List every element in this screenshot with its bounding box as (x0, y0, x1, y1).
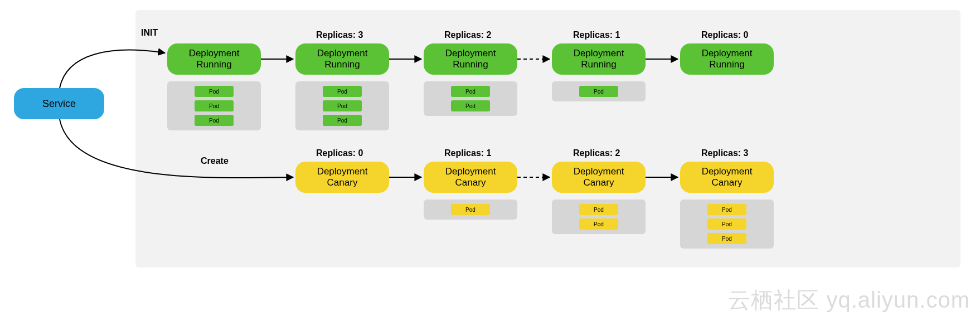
dep-running-0: Deployment Running (167, 43, 261, 75)
pod: Pod (707, 204, 746, 215)
service-label: Service (42, 98, 76, 110)
dep-running-3: Deployment Running (552, 43, 646, 75)
dep-canary-2: Deployment Canary (552, 162, 646, 193)
dep-title: Deployment (702, 48, 753, 59)
top-replicas-3: Replicas: 1 (573, 30, 620, 40)
dep-title: Deployment (317, 166, 368, 177)
bot-replicas-1: Replicas: 1 (444, 148, 491, 158)
top-replicas-4: Replicas: 0 (701, 30, 748, 40)
pods-running-0: Pod Pod Pod (167, 81, 261, 130)
pod: Pod (451, 204, 490, 215)
dep-title: Deployment (317, 48, 368, 59)
dep-sub: Running (453, 59, 488, 70)
bot-replicas-3: Replicas: 3 (701, 148, 748, 158)
dep-canary-1: Deployment Canary (424, 162, 517, 193)
pods-canary-3: Pod Pod Pod (680, 200, 774, 249)
pod: Pod (323, 100, 362, 111)
pod: Pod (707, 233, 746, 244)
label-init: INIT (141, 28, 158, 38)
pods-running-3: Pod (552, 81, 646, 101)
pod: Pod (195, 115, 234, 126)
dep-sub: Running (196, 59, 231, 70)
dep-sub: Canary (584, 177, 614, 188)
dep-running-2: Deployment Running (424, 43, 517, 75)
pods-running-1: Pod Pod Pod (295, 81, 389, 130)
top-replicas-1: Replicas: 3 (316, 30, 363, 40)
pod: Pod (195, 100, 234, 111)
dep-title: Deployment (445, 166, 496, 177)
pod: Pod (323, 115, 362, 126)
dep-sub: Canary (712, 177, 743, 188)
bot-replicas-0: Replicas: 0 (316, 148, 363, 158)
dep-title: Deployment (574, 48, 624, 59)
dep-canary-0: Deployment Canary (295, 162, 389, 193)
dep-running-4: Deployment Running (680, 43, 774, 75)
dep-title: Deployment (189, 48, 240, 59)
pods-canary-1: Pod (424, 200, 517, 220)
dep-sub: Canary (327, 177, 358, 188)
pod: Pod (195, 86, 234, 97)
pod: Pod (579, 86, 618, 97)
dep-title: Deployment (445, 48, 496, 59)
pod: Pod (579, 218, 618, 230)
watermark: 云栖社区 yq.aliyun.com (728, 285, 970, 315)
pods-running-2: Pod Pod (424, 81, 517, 116)
dep-sub: Running (581, 59, 616, 70)
dep-canary-3: Deployment Canary (680, 162, 774, 193)
dep-sub: Running (709, 59, 744, 70)
service-node: Service (14, 88, 104, 119)
dep-sub: Running (324, 59, 360, 70)
pod: Pod (451, 100, 490, 111)
pod: Pod (707, 218, 746, 230)
top-replicas-2: Replicas: 2 (444, 30, 491, 40)
pod: Pod (451, 86, 490, 97)
pod: Pod (579, 204, 618, 215)
bot-replicas-2: Replicas: 2 (573, 148, 620, 158)
label-create: Create (201, 156, 229, 166)
dep-running-1: Deployment Running (295, 43, 389, 75)
dep-title: Deployment (702, 166, 753, 177)
pods-canary-2: Pod Pod (552, 200, 646, 234)
pod: Pod (323, 86, 362, 97)
dep-title: Deployment (574, 166, 624, 177)
dep-sub: Canary (455, 177, 486, 188)
